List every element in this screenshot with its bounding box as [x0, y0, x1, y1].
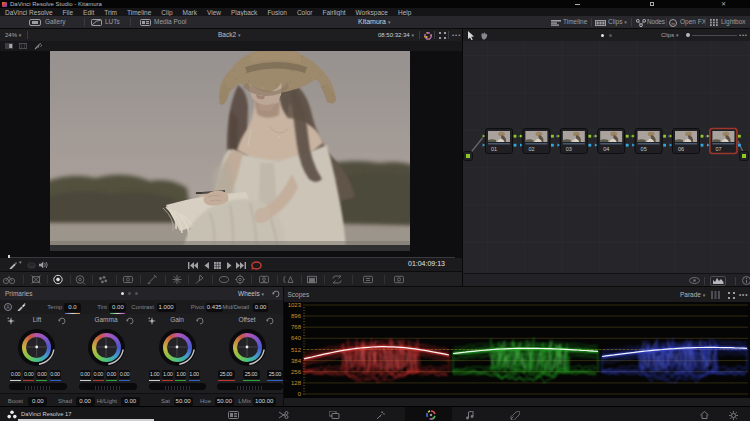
svg-text:07: 07	[715, 146, 721, 152]
svg-text:05: 05	[641, 146, 647, 152]
svg-text:03: 03	[566, 146, 572, 152]
svg-text:896: 896	[291, 313, 302, 319]
svg-text:256: 256	[291, 369, 302, 375]
svg-text:06: 06	[678, 146, 684, 152]
svg-text:fx: fx	[671, 21, 675, 26]
svg-text:384: 384	[291, 358, 302, 364]
svg-text:768: 768	[291, 324, 302, 330]
svg-text:1023: 1023	[288, 302, 302, 308]
svg-text:640: 640	[291, 335, 302, 341]
svg-text:04: 04	[603, 146, 609, 152]
svg-text:A: A	[6, 304, 10, 310]
svg-text:512: 512	[291, 347, 302, 353]
svg-text:02: 02	[528, 146, 534, 152]
svg-text:128: 128	[291, 380, 302, 386]
svg-text:01: 01	[491, 146, 497, 152]
